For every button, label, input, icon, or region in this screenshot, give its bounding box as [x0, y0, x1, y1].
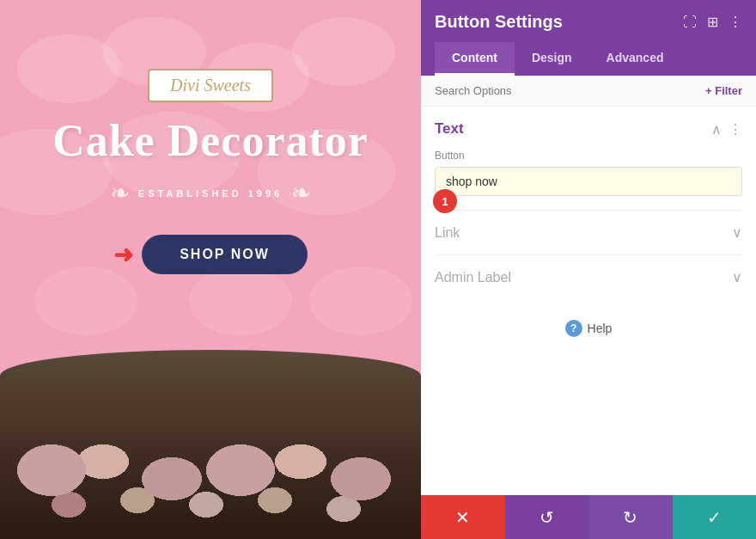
bottom-photo: [0, 350, 421, 539]
photo-overlay: [0, 350, 421, 539]
brand-banner: Divi Sweets: [148, 69, 273, 102]
redo-button[interactable]: ↻: [588, 495, 673, 539]
text-section-header: Text ∧ ⋮: [435, 120, 742, 138]
section-menu-icon[interactable]: ⋮: [729, 121, 742, 138]
collapse-icon[interactable]: ∧: [711, 121, 722, 138]
header-icons: ⛶ ⊞ ⋮: [683, 14, 742, 30]
tab-advanced[interactable]: Advanced: [589, 42, 681, 76]
link-chevron-icon: ∨: [732, 224, 742, 241]
brand-name: Divi Sweets: [170, 76, 251, 95]
more-options-icon[interactable]: ⋮: [729, 14, 742, 30]
section-controls: ∧ ⋮: [711, 121, 742, 138]
arrow-icon: ➜: [113, 241, 133, 269]
tab-design[interactable]: Design: [515, 42, 589, 76]
settings-header: Button Settings ⛶ ⊞ ⋮ Content Design Adv…: [421, 0, 756, 76]
fullscreen-icon[interactable]: ⛶: [683, 15, 697, 30]
section-text-title: Text: [435, 120, 464, 138]
settings-tabs: Content Design Advanced: [435, 42, 742, 76]
decorative-row: ❧ ESTABLISHED 1996 ❧: [110, 179, 311, 207]
filter-button[interactable]: + Filter: [705, 84, 742, 97]
settings-title: Button Settings: [435, 12, 563, 32]
help-button[interactable]: ? Help: [565, 320, 613, 337]
grid-icon[interactable]: ⊞: [707, 14, 718, 30]
settings-header-top: Button Settings ⛶ ⊞ ⋮: [435, 12, 742, 32]
canvas-content: Divi Sweets Cake Decorator ❧ ESTABLISHED…: [0, 0, 421, 274]
admin-label-section[interactable]: Admin Label ∨: [435, 254, 742, 299]
help-icon: ?: [565, 320, 582, 337]
scroll-left-icon: ❧: [110, 179, 130, 207]
button-text-input[interactable]: [435, 167, 742, 196]
canvas-panel: Divi Sweets Cake Decorator ❧ ESTABLISHED…: [0, 0, 421, 539]
step-badge: 1: [433, 189, 457, 213]
tab-content[interactable]: Content: [435, 42, 515, 76]
link-label: Link: [435, 225, 460, 241]
button-field-group: Button: [435, 150, 742, 196]
undo-button[interactable]: ↺: [505, 495, 589, 539]
cancel-button[interactable]: ✕: [421, 495, 505, 539]
settings-panel: Button Settings ⛶ ⊞ ⋮ Content Design Adv…: [421, 0, 756, 539]
shop-now-button[interactable]: SHOP NOW: [142, 235, 308, 274]
search-input[interactable]: [435, 84, 698, 97]
settings-footer: ✕ ↺ ↻ ✓: [421, 494, 756, 539]
link-section[interactable]: Link ∨: [435, 210, 742, 254]
search-bar: + Filter: [421, 76, 756, 107]
help-section: ? Help: [435, 299, 742, 358]
button-row: ➜ SHOP NOW: [113, 235, 308, 274]
confirm-button[interactable]: ✓: [673, 495, 757, 539]
help-label: Help: [588, 322, 613, 335]
scroll-right-icon: ❧: [291, 179, 311, 207]
page-title: Cake Decorator: [52, 116, 369, 165]
settings-body: Text ∧ ⋮ Button Link ∨ Admin Label ∨ ? H…: [421, 107, 756, 494]
admin-chevron-icon: ∨: [732, 269, 742, 285]
admin-label-text: Admin Label: [435, 270, 511, 285]
field-button-label: Button: [435, 150, 742, 162]
established-text: ESTABLISHED 1996: [138, 188, 283, 199]
